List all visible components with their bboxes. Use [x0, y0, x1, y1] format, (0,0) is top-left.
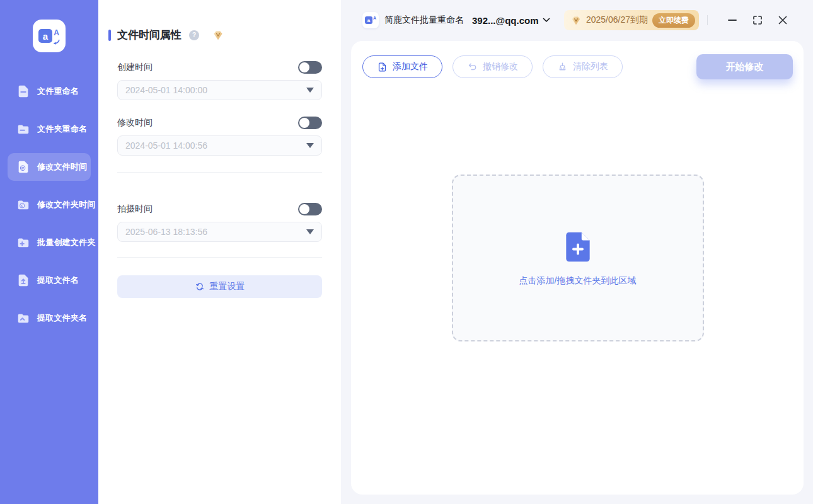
- main-area: a A 简鹿文件批量重命名 392...@qq.com 2025/06/27到期: [341, 0, 813, 504]
- file-icon: [16, 84, 30, 98]
- dropzone-hint: 点击添加/拖拽文件夹到此区域: [519, 275, 637, 287]
- refresh-icon: [195, 282, 205, 292]
- logo-a-box: a: [365, 16, 372, 24]
- account-email: 392...@qq.com: [472, 15, 539, 26]
- clear-list-label: 清除列表: [573, 61, 608, 72]
- sidebar-item-label: 提取文件名: [37, 275, 79, 286]
- vip-diamond-icon: [570, 15, 582, 26]
- reset-settings-button[interactable]: 重置设置: [117, 275, 322, 298]
- field-label-modified-time: 修改时间: [117, 117, 153, 129]
- start-modify-button[interactable]: 开始修改: [696, 54, 793, 79]
- shooting-time-value: 2025-06-13 18:13:56: [125, 227, 207, 237]
- modified-time-value: 2024-05-01 14:00:56: [125, 140, 207, 151]
- file-clock-icon: [16, 160, 30, 174]
- sidebar-item-extract-folder-names[interactable]: 提取文件夹名: [8, 304, 91, 332]
- title-accent-bar: [108, 30, 111, 41]
- toggle-knob: [299, 118, 309, 128]
- logo-arrow-icon: [52, 39, 60, 45]
- sidebar-item-folder-rename[interactable]: 文件夹重命名: [8, 115, 91, 143]
- titlebar: a A 简鹿文件批量重命名 392...@qq.com 2025/06/27到期: [341, 0, 813, 40]
- add-files-button[interactable]: 添加文件: [362, 55, 442, 78]
- settings-panel: 文件时间属性 ? 创建时间 2024-05-01 14:00:00 修改时间 2…: [98, 0, 341, 504]
- sidebar-item-label: 提取文件夹名: [37, 312, 87, 324]
- clear-list-button[interactable]: 清除列表: [543, 55, 623, 78]
- maximize-button[interactable]: [749, 11, 766, 29]
- minimize-icon: [727, 15, 737, 25]
- field-label-shooting-time: 拍摄时间: [117, 203, 153, 215]
- modified-time-toggle[interactable]: [298, 117, 322, 129]
- help-icon[interactable]: ?: [189, 30, 199, 40]
- close-button[interactable]: [774, 11, 792, 29]
- field-label-creation-time: 创建时间: [117, 62, 153, 73]
- undo-icon: [467, 62, 478, 72]
- add-document-icon: [560, 229, 596, 265]
- vip-diamond-icon: [212, 30, 224, 41]
- modified-time-select[interactable]: 2024-05-01 14:00:56: [117, 135, 322, 156]
- file-plus-icon: [377, 62, 388, 72]
- folder-upload-icon: [16, 311, 30, 325]
- minimize-button[interactable]: [724, 11, 741, 29]
- app-title: 简鹿文件批量重命名: [384, 14, 464, 26]
- caret-down-icon: [306, 143, 314, 148]
- caret-down-icon: [306, 229, 314, 234]
- app-mini-logo: a A: [362, 12, 379, 28]
- sidebar-item-label: 文件夹重命名: [37, 123, 87, 135]
- logo-A-letter: A: [54, 28, 59, 37]
- sidebar-item-extract-file-names[interactable]: 提取文件名: [8, 266, 91, 294]
- creation-time-toggle[interactable]: [298, 61, 322, 74]
- divider: [117, 172, 322, 173]
- creation-time-value: 2024-05-01 14:00:00: [125, 85, 207, 95]
- sidebar-nav: 文件重命名 文件夹重命名 修改文件时间: [0, 67, 98, 342]
- broom-icon: [557, 62, 568, 72]
- renew-now-button[interactable]: 立即续费: [652, 13, 695, 28]
- sidebar-item-modify-file-time[interactable]: 修改文件时间: [8, 153, 91, 181]
- creation-time-select[interactable]: 2024-05-01 14:00:00: [117, 80, 322, 100]
- license-badge[interactable]: 2025/06/27到期 立即续费: [564, 10, 699, 30]
- sidebar-item-label: 批量创建文件夹: [37, 237, 95, 248]
- app-logo: a A: [33, 20, 66, 52]
- file-dropzone[interactable]: 点击添加/拖拽文件夹到此区域: [452, 175, 704, 341]
- shooting-time-toggle[interactable]: [298, 203, 322, 215]
- maximize-icon: [752, 15, 763, 25]
- chevron-down-icon: [543, 18, 550, 23]
- sidebar: a A 文件重命名 文件夹重命名: [0, 0, 98, 504]
- close-icon: [778, 15, 788, 25]
- sidebar-item-label: 文件重命名: [37, 86, 79, 97]
- toggle-knob: [299, 62, 309, 72]
- reset-settings-label: 重置设置: [210, 281, 245, 292]
- titlebar-divider: [707, 15, 708, 25]
- sidebar-item-modify-folder-time[interactable]: 修改文件夹时间: [8, 191, 91, 219]
- folder-clock-icon: [16, 198, 30, 212]
- panel-title: 文件时间属性: [117, 28, 182, 42]
- shooting-time-select[interactable]: 2025-06-13 18:13:56: [117, 222, 322, 242]
- sidebar-item-file-rename[interactable]: 文件重命名: [8, 77, 91, 105]
- logo-A-letter: A: [373, 16, 376, 20]
- sidebar-item-batch-create-folders[interactable]: 批量创建文件夹: [8, 229, 91, 256]
- caret-down-icon: [306, 88, 314, 93]
- toggle-knob: [299, 204, 309, 214]
- divider: [117, 257, 322, 258]
- folder-plus-icon: [16, 236, 30, 249]
- folder-icon: [16, 122, 30, 136]
- logo-a-box: a: [38, 29, 52, 43]
- content-card: 添加文件 撤销修改 清除列表 开始修改: [351, 41, 804, 495]
- add-files-label: 添加文件: [393, 61, 428, 72]
- toolbar: 添加文件 撤销修改 清除列表 开始修改: [362, 54, 793, 79]
- license-expiry: 2025/06/27到期: [586, 14, 648, 26]
- sidebar-item-label: 修改文件夹时间: [37, 199, 95, 210]
- undo-changes-label: 撤销修改: [483, 61, 518, 72]
- account-menu[interactable]: 392...@qq.com: [472, 15, 550, 26]
- sidebar-item-label: 修改文件时间: [37, 161, 87, 173]
- undo-changes-button[interactable]: 撤销修改: [453, 55, 533, 78]
- file-upload-icon: [16, 273, 30, 287]
